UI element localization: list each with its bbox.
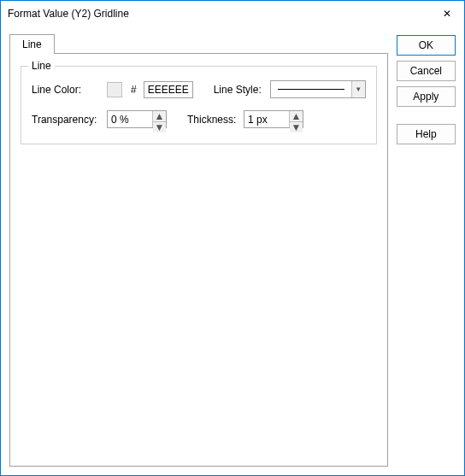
thickness-input[interactable] <box>244 111 289 127</box>
transparency-stepper[interactable]: ▲ ▼ <box>107 110 167 128</box>
close-icon: ✕ <box>443 8 451 20</box>
tab-strip: Line <box>9 33 388 53</box>
chevron-down-icon: ▼ <box>351 81 365 97</box>
transparency-down-button[interactable]: ▼ <box>153 122 166 132</box>
thickness-stepper[interactable]: ▲ ▼ <box>244 110 303 128</box>
line-style-preview <box>278 89 344 90</box>
chevron-down-icon: ▼ <box>155 122 165 132</box>
line-color-label: Line Color: <box>32 84 102 96</box>
line-color-hex-input[interactable] <box>144 81 193 98</box>
tab-line[interactable]: Line <box>9 34 55 54</box>
thickness-down-button[interactable]: ▼ <box>290 122 303 132</box>
line-style-label: Line Style: <box>214 84 265 96</box>
group-title: Line <box>28 60 55 72</box>
button-sidebar: OK Cancel Apply Help <box>397 33 456 467</box>
chevron-up-icon: ▲ <box>155 111 165 121</box>
line-style-select[interactable]: ▼ <box>270 80 366 98</box>
dialog-window: Format Value (Y2) Gridline ✕ Line Line L… <box>0 0 465 476</box>
ok-button[interactable]: OK <box>397 35 456 56</box>
cancel-button[interactable]: Cancel <box>397 61 456 81</box>
thickness-label: Thickness: <box>187 114 238 126</box>
chevron-down-icon: ▼ <box>291 122 302 132</box>
tab-panel: Line Line Color: # Line Style: ▼ Tra <box>9 53 388 467</box>
row-trans-thick: Transparency: ▲ ▼ Thickness: <box>32 110 366 128</box>
apply-button[interactable]: Apply <box>397 86 456 107</box>
close-button[interactable]: ✕ <box>430 1 464 26</box>
row-color-style: Line Color: # Line Style: ▼ <box>32 80 366 98</box>
content-area: Line Line Line Color: # Line Style: ▼ <box>1 26 464 475</box>
transparency-input[interactable] <box>108 111 152 127</box>
main-panel: Line Line Line Color: # Line Style: ▼ <box>9 33 388 467</box>
chevron-up-icon: ▲ <box>291 111 302 121</box>
transparency-label: Transparency: <box>32 114 102 126</box>
spacer <box>397 112 456 119</box>
hash-symbol: # <box>131 84 137 96</box>
help-button[interactable]: Help <box>397 124 456 144</box>
line-group: Line Line Color: # Line Style: ▼ Tra <box>21 66 377 144</box>
dialog-title: Format Value (Y2) Gridline <box>8 8 430 20</box>
line-color-swatch[interactable] <box>107 82 122 97</box>
titlebar: Format Value (Y2) Gridline ✕ <box>1 1 464 26</box>
